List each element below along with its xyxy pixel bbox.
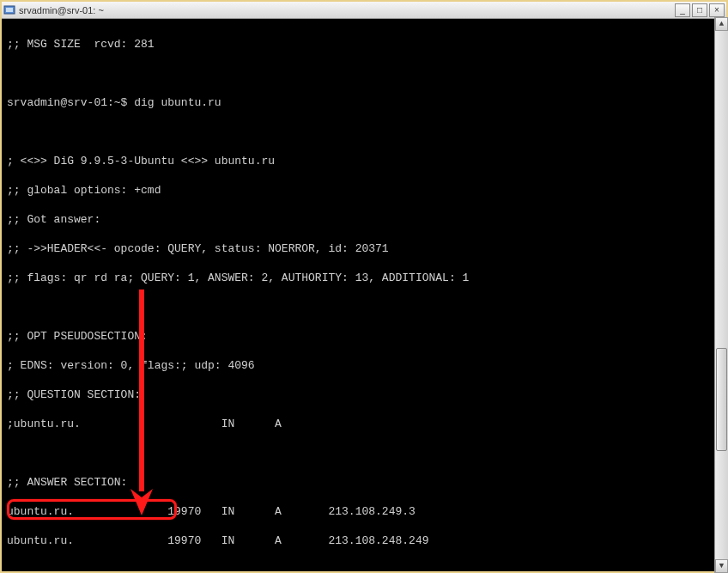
prompt: srvadmin@srv-01:~$ xyxy=(7,96,134,109)
output-line: ;; flags: qr rd ra; QUERY: 1, ANSWER: 2,… xyxy=(7,271,721,285)
output-line: ;; OPT PSEUDOSECTION: xyxy=(7,329,721,344)
titlebar[interactable]: srvadmin@srv-01: ~ _ □ × xyxy=(2,2,726,19)
output-line: ;; ->>HEADER<<- opcode: QUERY, status: N… xyxy=(7,241,721,256)
window-title: srvadmin@srv-01: ~ xyxy=(19,5,675,15)
svg-rect-1 xyxy=(6,8,13,12)
scroll-up-button[interactable]: ▲ xyxy=(715,17,728,31)
output-line: ;; global options: +cmd xyxy=(7,183,721,198)
close-button[interactable]: × xyxy=(709,3,725,17)
terminal-window: srvadmin@srv-01: ~ _ □ × ;; MSG SIZE rcv… xyxy=(0,0,728,573)
command-text: dig ubuntu.ru xyxy=(134,96,221,109)
scroll-thumb[interactable] xyxy=(716,348,727,451)
minimize-button[interactable]: _ xyxy=(675,3,690,17)
maximize-button[interactable]: □ xyxy=(692,3,707,17)
scroll-down-button[interactable]: ▼ xyxy=(715,559,728,573)
terminal-output[interactable]: ;; MSG SIZE rcvd: 281 srvadmin@srv-01:~$… xyxy=(2,19,726,571)
output-line: ubuntu.ru. 19970 IN A 213.108.249.3 xyxy=(7,504,721,519)
output-line: ;ubuntu.ru. IN A xyxy=(7,417,721,431)
putty-icon xyxy=(3,4,15,16)
output-line: ;; ANSWER SECTION: xyxy=(7,475,721,490)
output-line: ; EDNS: version: 0, flags:; udp: 4096 xyxy=(7,358,721,373)
output-line: ;; MSG SIZE rcvd: 281 xyxy=(7,37,721,52)
output-line: ubuntu.ru. 19970 IN A 213.108.248.249 xyxy=(7,533,721,548)
vertical-scrollbar[interactable]: ▲ ▼ xyxy=(714,17,728,573)
scroll-track[interactable] xyxy=(715,31,728,559)
output-line: ; <<>> DiG 9.9.5-3-Ubuntu <<>> ubuntu.ru xyxy=(7,154,721,168)
output-line: ;; QUESTION SECTION: xyxy=(7,387,721,402)
output-line: ;; Got answer: xyxy=(7,212,721,227)
